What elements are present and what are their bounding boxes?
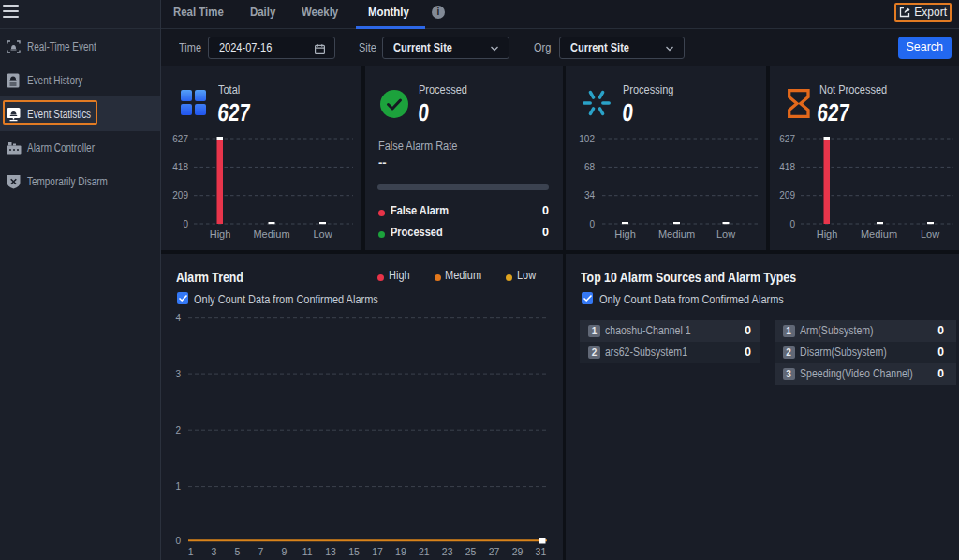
svg-text:0: 0 (183, 219, 188, 229)
svg-text:9: 9 (281, 546, 287, 557)
svg-text:15: 15 (348, 546, 360, 557)
svg-text:High: High (210, 228, 231, 240)
svg-text:3: 3 (175, 369, 181, 379)
svg-text:3: 3 (212, 546, 217, 557)
svg-text:5: 5 (235, 546, 241, 557)
svg-text:Medium: Medium (253, 228, 289, 240)
svg-text:2: 2 (175, 425, 181, 435)
svg-text:25: 25 (465, 546, 477, 557)
svg-text:Medium: Medium (861, 228, 897, 240)
svg-text:17: 17 (372, 546, 383, 557)
svg-text:418: 418 (779, 162, 795, 172)
svg-text:7: 7 (258, 546, 263, 557)
svg-text:High: High (614, 228, 636, 240)
svg-text:13: 13 (325, 546, 336, 557)
svg-text:27: 27 (489, 546, 500, 557)
svg-text:34: 34 (584, 190, 596, 200)
svg-text:0: 0 (175, 536, 181, 546)
svg-text:0: 0 (589, 219, 595, 229)
svg-text:627: 627 (172, 134, 188, 144)
svg-text:627: 627 (779, 134, 795, 144)
svg-text:Low: Low (716, 228, 735, 240)
svg-text:Low: Low (313, 228, 332, 240)
svg-text:19: 19 (395, 546, 406, 557)
svg-text:4: 4 (175, 313, 181, 323)
svg-text:68: 68 (584, 162, 596, 172)
svg-text:29: 29 (512, 546, 524, 557)
svg-text:Low: Low (921, 228, 939, 240)
svg-text:209: 209 (172, 190, 188, 200)
svg-text:418: 418 (172, 162, 188, 172)
svg-text:23: 23 (442, 546, 453, 557)
svg-text:0: 0 (789, 219, 795, 229)
svg-text:High: High (817, 228, 838, 240)
svg-text:1: 1 (188, 546, 194, 557)
svg-text:31: 31 (536, 546, 547, 557)
svg-text:11: 11 (302, 546, 313, 557)
svg-text:102: 102 (579, 134, 595, 144)
svg-text:21: 21 (419, 546, 430, 557)
svg-text:1: 1 (175, 481, 181, 492)
svg-text:209: 209 (779, 190, 795, 200)
svg-text:Medium: Medium (658, 228, 695, 240)
